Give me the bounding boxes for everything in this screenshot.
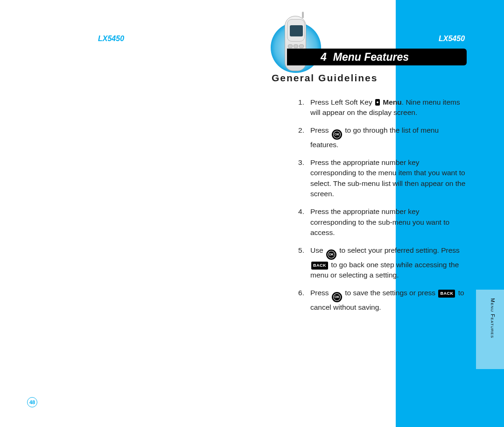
step-text: to select your preferred setting. Press: [337, 246, 460, 254]
step-6: Press OK to save the settings or press B…: [298, 288, 467, 313]
menu-label: Menu: [381, 98, 402, 106]
step-text: Use: [310, 246, 325, 254]
ok-icon: OK: [332, 292, 342, 302]
section-tab-label: Menu Features: [490, 298, 496, 338]
chapter-number: 4: [321, 51, 333, 64]
step-text: to go back one step while accessing the …: [310, 261, 459, 279]
back-icon: BACK: [311, 262, 328, 270]
step-text: Press Left Soft Key: [310, 98, 374, 106]
page-number-left: 48: [27, 397, 37, 407]
model-header-left: LX5450: [98, 35, 124, 43]
chapter-bar: 4 Menu Features: [287, 49, 467, 65]
step-text: Press the appropriate number key corresp…: [310, 207, 449, 236]
step-3: Press the appropriate number key corresp…: [298, 157, 467, 199]
step-2: Press OK to go through the list of menu …: [298, 125, 467, 150]
ok-icon: OK: [326, 249, 336, 260]
model-header-right: LX5450: [439, 35, 465, 43]
left-softkey-icon: [375, 99, 380, 106]
section-title: General Guidelines: [272, 72, 378, 84]
back-icon: BACK: [438, 290, 455, 298]
step-4: Press the appropriate number key corresp…: [298, 206, 467, 238]
guidelines-list: Press Left Soft Key Menu. Nine menu item…: [280, 97, 467, 320]
chapter-title: Menu Features: [333, 51, 409, 64]
step-text: Press the appropriate number key corresp…: [310, 158, 465, 198]
step-5: Use OK to select your preferred setting.…: [298, 245, 467, 280]
step-text: to save the settings or press: [343, 289, 437, 297]
ok-icon: OK: [332, 129, 342, 140]
step-1: Press Left Soft Key Menu. Nine menu item…: [298, 97, 467, 118]
left-page: LX5450 48: [0, 0, 245, 427]
right-page: Menu Features LX5450 4 Menu Features Gen…: [245, 0, 504, 427]
page-number-right: 49: [480, 397, 490, 407]
manual-spread: LX5450 48 Menu Features LX5450 4: [0, 0, 504, 427]
step-text: Press: [310, 289, 331, 297]
step-text: Press: [310, 126, 331, 134]
